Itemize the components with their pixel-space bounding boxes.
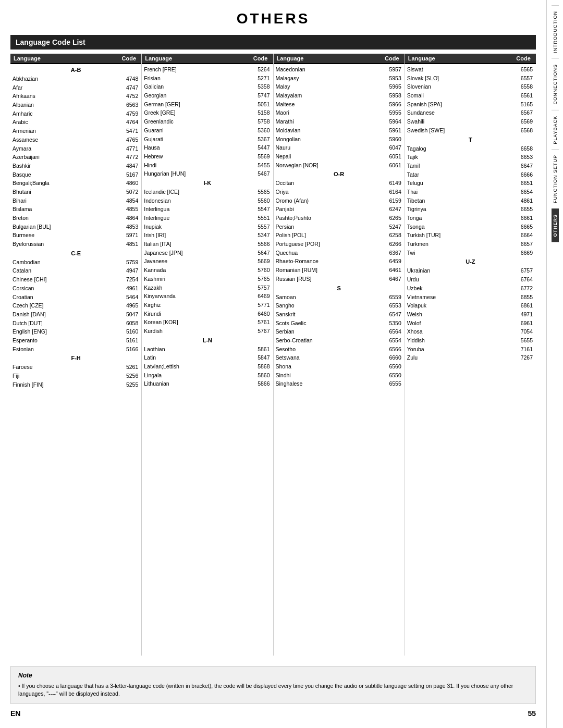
lang-name: Korean [KOR] xyxy=(142,318,248,326)
table-row: Uzbek6772 xyxy=(405,284,536,293)
sidebar-tab-connections[interactable]: CONNECTIONS xyxy=(552,58,559,110)
table-row: Irish [IRI]5347 xyxy=(142,231,273,240)
lang-name: Finnish [FIN] xyxy=(10,381,116,389)
lang-name: Tagalog xyxy=(405,145,511,153)
section-label-U-Z: U-Z xyxy=(405,257,536,266)
lang-name: Javanese xyxy=(142,257,248,265)
table-row: Tsonga6665 xyxy=(405,223,536,231)
lang-code: 6258 xyxy=(380,231,405,239)
lang-code: 7161 xyxy=(511,346,536,353)
lang-code: 4947 xyxy=(116,267,141,275)
lang-code: 4851 xyxy=(116,240,141,248)
lang-name: Hausa xyxy=(142,144,248,152)
lang-name: Guarani xyxy=(142,127,248,134)
lang-name: Welsh xyxy=(405,311,511,318)
table-row: Abkhazian4748 xyxy=(10,75,141,83)
sidebar-tab-playback[interactable]: PLAYBACK xyxy=(552,110,559,150)
lang-name: Italian [ITA] xyxy=(142,240,248,248)
lang-code: 6669 xyxy=(511,249,536,257)
table-row: Sesotho6566 xyxy=(274,345,405,354)
lang-name: Fiji xyxy=(10,372,116,380)
lang-code: 5358 xyxy=(248,83,273,91)
lang-code: 5647 xyxy=(248,249,273,257)
table-row: Afrikaans4752 xyxy=(10,92,141,101)
table-row: Laothian5861 xyxy=(142,345,273,354)
table-row: Oriya6164 xyxy=(274,188,405,196)
lang-name: Aymara xyxy=(10,145,116,153)
table-row: Serbian6564 xyxy=(274,327,405,336)
table-row: Guarani5360 xyxy=(142,126,273,135)
col-header-4: Language Code xyxy=(405,54,536,64)
note-section: Note • If you choose a language that has… xyxy=(10,666,536,705)
lang-code: 6554 xyxy=(380,337,405,344)
table-row: Yoruba7161 xyxy=(405,345,536,354)
lang-name: Slovenian xyxy=(405,83,511,91)
sidebar-tab-others[interactable]: OTHERS xyxy=(552,208,559,242)
lang-name: Siswat xyxy=(405,66,511,73)
table-row: Serbo-Croatian6554 xyxy=(274,336,405,345)
section-label-O-R: O-R xyxy=(274,169,405,179)
lang-code: 7267 xyxy=(511,354,536,362)
table-row: Spanish [SPA]5165 xyxy=(405,100,536,109)
sidebar-tab-introduction[interactable]: INTRODUCTION xyxy=(552,5,559,58)
lang-code: 6553 xyxy=(380,302,405,310)
table-row: Bihari4854 xyxy=(10,196,141,205)
table-row: Sundanese6567 xyxy=(405,108,536,117)
col1-content: A-BAbkhazian4748Afar4747Afrikaans4752Alb… xyxy=(10,65,141,389)
lang-name: Faroese xyxy=(10,363,116,371)
lang-code: 6657 xyxy=(511,240,536,248)
table-row: Albanian6563 xyxy=(10,101,141,109)
table-row: Shona6560 xyxy=(274,362,405,371)
table-row: Somali6561 xyxy=(405,91,536,100)
col2-lang-header: Language xyxy=(142,54,248,63)
lang-name: Interlingua xyxy=(142,205,248,213)
lang-name: Polish [POL] xyxy=(274,231,380,239)
page-number: 55 xyxy=(528,709,536,718)
lang-code: 4965 xyxy=(116,302,141,310)
table-row: Quechua6367 xyxy=(274,249,405,257)
lang-name: Quechua xyxy=(274,249,380,257)
lang-code: 5165 xyxy=(511,101,536,108)
table-row: Scots Gaelic5350 xyxy=(274,319,405,328)
table-row: Korean [KOR]5761 xyxy=(142,318,273,327)
table-row: Zulu7267 xyxy=(405,353,536,362)
lang-code: 5367 xyxy=(248,135,273,143)
sidebar-tab-function-setup[interactable]: FUNCTION SETUP xyxy=(552,149,559,208)
lang-code: 5964 xyxy=(380,118,405,126)
table-row: Thai6654 xyxy=(405,188,536,196)
lang-name: Lithuanian xyxy=(142,380,248,388)
lang-name: Setswana xyxy=(274,354,380,362)
lang-name: Moldavian xyxy=(274,127,380,134)
lang-name: Croatian xyxy=(10,293,116,301)
table-row: Bengali;Bangla4860 xyxy=(10,179,141,188)
table-row: Portuguese [POR]6266 xyxy=(274,240,405,249)
page-en-label: EN xyxy=(10,709,20,718)
lang-name: Inupiak xyxy=(142,223,248,231)
lang-name: Bengali;Bangla xyxy=(10,179,116,187)
lang-code: 5958 xyxy=(380,92,405,100)
col-header-2: Language Code xyxy=(142,54,273,64)
lang-name: Kurdish xyxy=(142,327,248,335)
table-row: Kirundi6460 xyxy=(142,310,273,318)
lang-code: 4748 xyxy=(116,75,141,83)
lang-code: 6563 xyxy=(116,101,141,109)
main-content: OTHERS Language Code List Language Code … xyxy=(0,0,546,728)
lang-name: Czech [CZE] xyxy=(10,302,116,310)
lang-code: 6757 xyxy=(511,267,536,275)
lang-name: Shona xyxy=(274,363,380,371)
lang-name: Japanese [JPN] xyxy=(142,249,248,257)
table-row: Faroese5261 xyxy=(10,363,141,372)
section-label-T: T xyxy=(405,135,536,144)
lang-code: 5758 xyxy=(248,118,273,126)
lang-code: 6559 xyxy=(380,293,405,301)
col4-code-header: Code xyxy=(511,54,536,63)
col-header-1: Language Code xyxy=(10,54,141,64)
lang-code: 5771 xyxy=(248,301,273,309)
table-row: Bashkir4847 xyxy=(10,162,141,170)
table-row: Singhalese6555 xyxy=(274,379,405,388)
lang-name: Urdu xyxy=(405,276,511,283)
table-row: Setswana6660 xyxy=(274,353,405,362)
lang-name: Sanskrit xyxy=(274,311,380,318)
lang-name: Interlingue xyxy=(142,214,248,222)
table-row: Burmese5971 xyxy=(10,231,141,240)
